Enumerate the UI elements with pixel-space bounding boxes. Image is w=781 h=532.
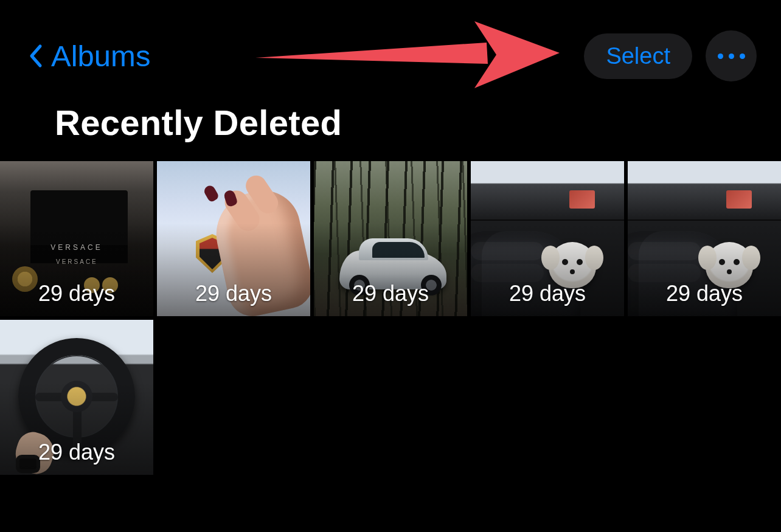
photo-thumbnail[interactable]: 29 days xyxy=(157,161,310,316)
more-button[interactable] xyxy=(706,30,757,81)
back-label: Albums xyxy=(51,39,150,73)
photo-thumbnail[interactable]: 29 days xyxy=(0,320,153,475)
ellipsis-icon xyxy=(718,54,745,59)
photo-thumbnail[interactable]: 29 days xyxy=(314,161,467,316)
select-button[interactable]: Select xyxy=(584,33,692,79)
nav-bar: Albums Select xyxy=(0,0,781,94)
days-remaining-label: 29 days xyxy=(0,440,153,465)
days-remaining-label: 29 days xyxy=(157,281,310,306)
days-remaining-label: 29 days xyxy=(471,281,624,306)
chevron-left-icon xyxy=(24,40,46,72)
nav-actions: Select xyxy=(584,30,757,81)
photo-thumbnail[interactable]: VERSACE VERSACE 29 days xyxy=(0,161,153,316)
days-remaining-label: 29 days xyxy=(314,281,467,306)
photo-thumbnail[interactable]: 29 days xyxy=(628,161,781,316)
photo-grid: VERSACE VERSACE 29 days 29 days 29 days xyxy=(0,161,781,475)
photo-thumbnail[interactable]: 29 days xyxy=(471,161,624,316)
back-button[interactable]: Albums xyxy=(24,39,150,73)
days-remaining-label: 29 days xyxy=(0,281,153,306)
page-title: Recently Deleted xyxy=(0,94,781,161)
days-remaining-label: 29 days xyxy=(628,281,781,306)
